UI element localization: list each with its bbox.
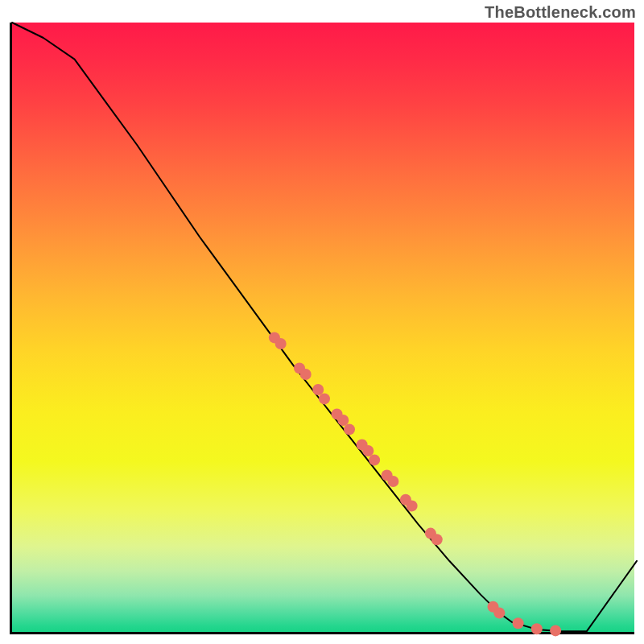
data-marker bbox=[407, 500, 418, 511]
data-marker bbox=[431, 534, 443, 545]
data-marker bbox=[550, 625, 561, 636]
chart-svg bbox=[12, 23, 637, 634]
data-marker bbox=[275, 338, 287, 349]
chart-container: TheBottleneck.com bbox=[0, 0, 644, 644]
data-marker bbox=[369, 454, 380, 465]
data-marker bbox=[493, 607, 505, 618]
data-marker bbox=[513, 617, 524, 629]
curve-path bbox=[12, 23, 637, 631]
marker-group bbox=[269, 332, 561, 636]
data-marker bbox=[312, 384, 324, 395]
data-marker bbox=[300, 369, 312, 380]
data-marker bbox=[531, 623, 543, 634]
data-marker bbox=[387, 476, 398, 487]
data-marker bbox=[319, 393, 330, 404]
attribution-text: TheBottleneck.com bbox=[485, 3, 636, 22]
data-marker bbox=[344, 423, 355, 435]
data-marker bbox=[362, 445, 374, 456]
data-marker bbox=[337, 415, 349, 426]
plot-area bbox=[10, 23, 634, 634]
